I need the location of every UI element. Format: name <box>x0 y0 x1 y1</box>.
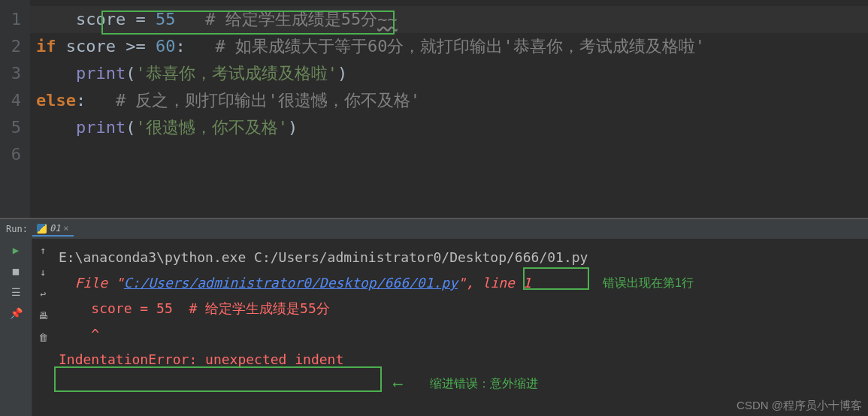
number-literal: 55 <box>156 10 176 29</box>
line-number: 1 <box>0 6 21 33</box>
paren: ( <box>126 64 135 83</box>
console-line: score = 55 # 给定学生成绩是55分 <box>59 296 863 321</box>
paren: ) <box>288 118 298 137</box>
code-line[interactable]: else: # 反之，则打印输出'很遗憾，你不及格' <box>30 87 868 114</box>
layout-icon[interactable]: ☰ <box>9 285 23 299</box>
code-line[interactable]: score = 55 # 给定学生成绩是55分~~ <box>30 6 868 33</box>
code-editor: 1 2 3 4 5 6 score = 55 # 给定学生成绩是55分~~ if… <box>0 0 868 218</box>
line-number: 2 <box>0 33 21 60</box>
wrap-icon[interactable]: ↩ <box>41 288 47 300</box>
console-line: ^ <box>59 321 863 347</box>
python-icon <box>37 224 47 234</box>
colon: : <box>76 91 86 110</box>
comment: # 如果成绩大于等于60分，就打印输出'恭喜你，考试成绩及格啦' <box>186 37 705 56</box>
error-text: ", <box>458 275 482 291</box>
operator: = <box>126 10 156 29</box>
console-line: File "C:/Users/administrator0/Desktop/66… <box>59 270 863 296</box>
watermark: CSDN @程序员小十博客 <box>736 399 862 413</box>
arrow-icon: ⟵ <box>394 371 402 396</box>
keyword: if <box>36 37 56 56</box>
line-number-gutter: 1 2 3 4 5 6 <box>0 0 30 218</box>
close-icon[interactable]: × <box>63 223 68 234</box>
console-output[interactable]: E:\anaconda3\python.exe C:/Users/adminis… <box>54 239 868 416</box>
keyword: else <box>36 91 76 110</box>
code-line[interactable]: print('恭喜你，考试成绩及格啦') <box>30 60 868 87</box>
console-error-name: IndentationError: unexpected indent <box>59 347 863 372</box>
console-line: E:\anaconda3\python.exe C:/Users/adminis… <box>59 245 863 270</box>
line-number: 5 <box>0 114 21 141</box>
play-icon[interactable]: ▶ <box>9 243 23 257</box>
up-icon[interactable]: ↑ <box>41 245 47 256</box>
line-number: 4 <box>0 87 21 114</box>
annotation-text: 缩进错误：意外缩进 <box>430 371 538 396</box>
string-literal: '很遗憾，你不及格' <box>135 118 288 137</box>
run-toolbar-inner: ↑ ↓ ↩ 🖶 🗑 <box>32 239 54 416</box>
paren: ) <box>337 64 347 83</box>
function-call: print <box>76 118 126 137</box>
string-literal: '恭喜你，考试成绩及格啦' <box>135 64 337 83</box>
run-panel: Run: 01 × ▶ ■ ☰ 📌 ↑ ↓ ↩ 🖶 🗑 E:\anaconda3… <box>0 219 868 416</box>
code-line[interactable] <box>30 141 868 168</box>
line-number: 3 <box>0 60 21 87</box>
run-tab[interactable]: 01 × <box>32 222 74 237</box>
code-line[interactable]: print('很遗憾，你不及格') <box>30 114 868 141</box>
line-number: 6 <box>0 141 21 168</box>
run-header: Run: 01 × <box>0 219 868 239</box>
code-area[interactable]: score = 55 # 给定学生成绩是55分~~ if score >= 60… <box>30 0 868 218</box>
run-tab-label: 01 <box>50 223 60 234</box>
identifier: score <box>56 37 126 56</box>
error-text: File " <box>59 275 124 291</box>
file-link[interactable]: C:/Users/administrator0/Desktop/666/01.p… <box>124 275 458 291</box>
operator: >= <box>126 37 156 56</box>
trash-icon[interactable]: 🗑 <box>38 332 48 343</box>
comment: # 给定学生成绩是55分 <box>175 10 377 29</box>
comment: # 反之，则打印输出'很遗憾，你不及格' <box>86 91 420 110</box>
function-call: print <box>76 64 126 83</box>
print-icon[interactable]: 🖶 <box>38 310 48 321</box>
down-icon[interactable]: ↓ <box>41 267 47 278</box>
pin-icon[interactable]: 📌 <box>9 306 23 320</box>
paren: ( <box>126 118 135 137</box>
run-label: Run: <box>6 224 28 234</box>
code-line[interactable]: if score >= 60: # 如果成绩大于等于60分，就打印输出'恭喜你，… <box>30 33 868 60</box>
run-body: ▶ ■ ☰ 📌 ↑ ↓ ↩ 🖶 🗑 E:\anaconda3\python.ex… <box>0 239 868 416</box>
annotation-text: 错误出现在第1行 <box>603 270 694 296</box>
colon: : <box>175 37 185 56</box>
identifier: score <box>76 10 126 29</box>
warning-squiggle: ~~ <box>377 10 398 29</box>
error-line-ref: line 1 <box>482 275 531 291</box>
run-toolbar-left: ▶ ■ ☰ 📌 <box>0 239 32 416</box>
stop-icon[interactable]: ■ <box>9 264 23 278</box>
number-literal: 60 <box>156 37 176 56</box>
